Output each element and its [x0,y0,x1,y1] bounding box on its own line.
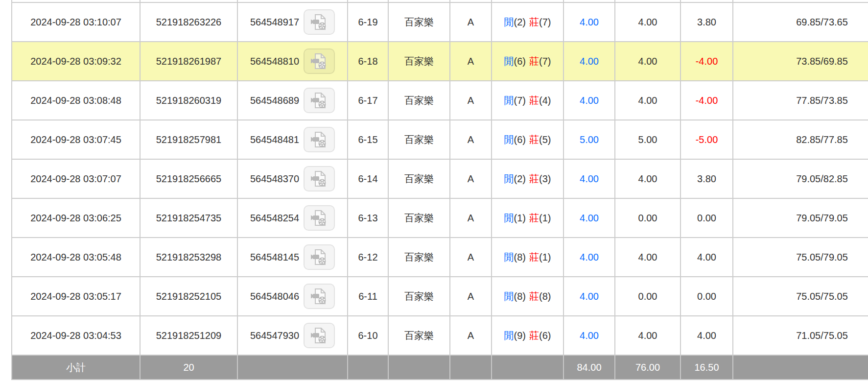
result-cell: 閒(2)莊(3) [492,159,563,198]
table-code-cell: A [450,81,492,120]
player-score: (8) [514,291,526,302]
bet-id-cell: 521918256665 [140,159,237,198]
bet-id-cell: 521918252105 [140,277,237,316]
subtotal-valid: 76.00 [615,355,680,380]
bet-record-row[interactable]: 2024-09-28 03:07:07 521918256665 5645483… [12,159,868,198]
banker-score: (1) [539,252,551,263]
bet-id-cell: 521918251209 [140,316,237,355]
banker-score: (6) [539,330,551,341]
video-replay-button[interactable] [304,205,335,231]
balance-cell: 75.05/75.05 [733,277,868,316]
player-score: (1) [514,213,526,223]
table-code-cell: A [450,238,492,277]
round-cell: 6-19 [348,2,388,42]
valid-amount-cell: 4.00 [615,238,680,277]
winloss-cell: -5.00 [680,120,733,159]
balance-cell: 75.05/79.05 [733,238,868,277]
game-id-value: 564548481 [250,134,299,145]
bet-record-row[interactable]: 2024-09-28 03:07:45 521918257981 5645484… [12,120,868,159]
round-cell: 6-15 [348,120,388,159]
game-id-value: 564548046 [250,291,299,302]
winloss-cell: 0.00 [680,198,733,238]
video-replay-button[interactable] [304,166,335,192]
banker-score: (7) [539,17,551,27]
bet-amount-link[interactable]: 4.00 [580,213,599,223]
banker-score: (1) [539,213,551,223]
game-id-value: 564548917 [250,17,299,28]
bet-record-row[interactable]: 2024-09-28 03:08:48 521918260319 5645486… [12,81,868,120]
bet-record-row[interactable]: 2024-09-28 03:09:32 521918261987 5645488… [12,42,868,81]
bet-record-row[interactable]: 2024-09-28 03:10:07 521918263226 5645489… [12,2,868,42]
table-code-cell: A [450,159,492,198]
player-label: 閒 [504,252,514,263]
video-replay-button[interactable] [304,244,335,270]
game-id-cell: 564548370 [237,159,348,198]
game-id-value: 564548145 [250,252,299,263]
bet-amount-link[interactable]: 4.00 [580,95,599,106]
time-cell: 2024-09-28 03:06:25 [12,198,140,238]
player-score: (2) [514,17,526,27]
game-id-cell: 564548481 [237,120,348,159]
player-label: 閒 [504,17,514,27]
winloss-cell: -4.00 [680,42,733,81]
video-replay-button[interactable] [304,284,335,309]
bet-record-row[interactable]: 2024-09-28 03:05:48 521918253298 5645481… [12,238,868,277]
bet-record-row[interactable]: 2024-09-28 03:06:25 521918254735 5645482… [12,198,868,238]
game-type-cell: 百家樂 [388,316,450,355]
bet-amount-link[interactable]: 4.00 [580,252,599,263]
player-score: (8) [514,252,526,263]
game-type-cell: 百家樂 [388,159,450,198]
game-id-cell: 564548689 [237,81,348,120]
video-replay-button[interactable] [304,127,335,152]
video-replay-button[interactable] [304,323,335,348]
result-cell: 閒(9)莊(6) [492,316,563,355]
game-id-cell: 564548917 [237,2,348,42]
bet-amount-link[interactable]: 4.00 [580,56,599,67]
banker-label: 莊 [529,330,539,341]
valid-amount-cell: 0.00 [615,277,680,316]
round-cell: 6-14 [348,159,388,198]
game-id-cell: 564548046 [237,277,348,316]
bet-amount-link[interactable]: 4.00 [580,330,599,341]
bet-amount-link[interactable]: 5.00 [580,134,599,145]
game-type-cell: 百家樂 [388,238,450,277]
time-cell: 2024-09-28 03:08:48 [12,81,140,120]
player-score: (6) [514,134,526,145]
player-label: 閒 [504,213,514,223]
table-code-cell: A [450,42,492,81]
banker-label: 莊 [529,17,539,27]
winloss-cell: 3.80 [680,2,733,42]
bet-record-row[interactable]: 2024-09-28 03:04:53 521918251209 5645479… [12,316,868,355]
player-label: 閒 [504,173,514,184]
valid-amount-cell: 4.00 [615,2,680,42]
video-replay-button[interactable] [304,88,335,113]
game-id-value: 564547930 [250,330,299,341]
game-type-cell: 百家樂 [388,198,450,238]
player-label: 閒 [504,56,514,67]
bet-amount-cell: 4.00 [563,2,615,42]
bet-record-row[interactable]: 2024-09-28 03:05:17 521918252105 5645480… [12,277,868,316]
balance-cell: 82.85/77.85 [733,120,868,159]
video-file-icon [310,52,328,71]
video-file-icon [310,169,328,188]
banker-score: (8) [539,291,551,302]
bet-amount-cell: 5.00 [563,120,615,159]
banker-score: (7) [539,56,551,67]
subtotal-bet: 84.00 [563,355,615,380]
bet-amount-link[interactable]: 4.00 [580,173,599,184]
player-score: (2) [514,173,526,184]
bet-amount-link[interactable]: 4.00 [580,17,599,27]
banker-label: 莊 [529,252,539,263]
valid-amount-cell: 4.00 [615,81,680,120]
bet-amount-cell: 4.00 [563,316,615,355]
balance-cell: 73.85/69.85 [733,42,868,81]
game-id-cell: 564548145 [237,238,348,277]
video-replay-button[interactable] [304,48,335,74]
video-replay-button[interactable] [304,9,335,35]
round-cell: 6-18 [348,42,388,81]
video-file-icon [310,326,328,345]
video-file-icon [310,248,328,266]
banker-label: 莊 [529,173,539,184]
bet-amount-link[interactable]: 4.00 [580,291,599,302]
round-cell: 6-17 [348,81,388,120]
